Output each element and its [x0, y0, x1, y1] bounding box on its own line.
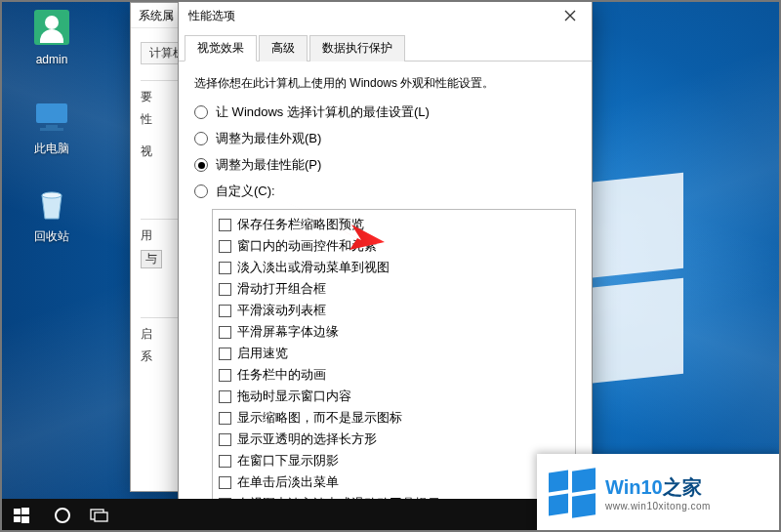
radio-icon	[194, 158, 208, 172]
checkbox-icon	[219, 433, 231, 446]
radio-label: 让 Windows 选择计算机的最佳设置(L)	[216, 103, 430, 121]
dialog-titlebar: 性能选项	[179, 1, 592, 30]
task-view-icon	[90, 509, 109, 522]
checkbox-label: 显示缩略图，而不是显示图标	[237, 408, 402, 428]
tab-advanced[interactable]: 高级	[259, 35, 308, 61]
checkbox-item[interactable]: 平滑滚动列表框	[217, 300, 571, 321]
radio-icon	[194, 105, 208, 119]
checkbox-label: 显示亚透明的选择长方形	[237, 430, 377, 449]
cortana-icon	[55, 508, 70, 523]
svg-rect-3	[14, 509, 21, 514]
checkbox-item[interactable]: 平滑屏幕字体边缘	[217, 321, 571, 343]
checkbox-label: 保存任务栏缩略图预览	[237, 215, 364, 234]
checkbox-label: 拖动时显示窗口内容	[237, 387, 351, 406]
task-view-button[interactable]	[82, 499, 117, 532]
text-fragment: 用	[141, 228, 152, 242]
svg-rect-6	[21, 516, 29, 523]
desktop-icon-label: 此电脑	[18, 141, 86, 157]
checkbox-icon	[219, 326, 231, 339]
checkbox-label: 滑动打开组合框	[237, 279, 326, 299]
user-avatar-icon	[34, 10, 69, 45]
checkbox-label: 平滑屏幕字体边缘	[237, 322, 339, 342]
watermark-brand: Win10之家	[605, 474, 711, 501]
dialog-title: 性能选项	[188, 8, 235, 24]
start-button[interactable]	[0, 499, 43, 532]
checkbox-label: 窗口内的动画控件和元素	[237, 236, 377, 256]
recycle-bin-icon	[32, 185, 71, 225]
text-fragment: 系	[141, 349, 152, 363]
radio-label: 自定义(C):	[216, 183, 275, 200]
radio-best-appearance[interactable]: 调整为最佳外观(B)	[194, 130, 576, 147]
checkbox-icon	[219, 390, 231, 403]
desktop-icon-this-pc[interactable]: 此电脑	[18, 98, 86, 157]
checkbox-icon	[219, 262, 231, 274]
radio-label: 调整为最佳性能(P)	[216, 156, 321, 174]
custom-checkbox-list[interactable]: 保存任务栏缩略图预览窗口内的动画控件和元素淡入淡出或滑动菜单到视图滑动打开组合框…	[212, 209, 576, 502]
text-fragment: 与	[141, 250, 162, 268]
this-pc-icon	[32, 98, 71, 137]
checkbox-icon	[219, 369, 231, 382]
radio-label: 调整为最佳外观(B)	[216, 130, 321, 147]
desktop-icon-label: admin	[18, 53, 86, 66]
text-fragment: 性	[141, 112, 152, 126]
radio-auto[interactable]: 让 Windows 选择计算机的最佳设置(L)	[194, 103, 576, 121]
checkbox-label: 任务栏中的动画	[237, 365, 326, 385]
checkbox-label: 在窗口下显示阴影	[237, 451, 339, 471]
text-fragment: 视	[141, 144, 152, 158]
checkbox-label: 在单击后淡出菜单	[237, 472, 339, 492]
svg-rect-5	[14, 516, 21, 522]
svg-rect-1	[38, 105, 65, 121]
watermark-logo-icon	[549, 470, 596, 516]
checkbox-label: 启用速览	[237, 344, 288, 363]
desktop-icon-user[interactable]: admin	[18, 10, 86, 66]
desktop-icon-label: 回收站	[18, 228, 86, 245]
tab-body: 选择你想在此计算机上使用的 Windows 外观和性能设置。 让 Windows…	[179, 61, 592, 531]
checkbox-icon	[219, 348, 231, 360]
checkbox-item[interactable]: 保存任务栏缩略图预览	[217, 214, 571, 235]
radio-best-performance[interactable]: 调整为最佳性能(P)	[194, 156, 576, 174]
close-button[interactable]	[549, 1, 592, 30]
tab-dep[interactable]: 数据执行保护	[309, 35, 405, 61]
checkbox-icon	[219, 219, 231, 231]
text-fragment: 要	[141, 90, 152, 103]
checkbox-item[interactable]: 在单击后淡出菜单	[217, 471, 571, 493]
desktop: admin 此电脑 回收站 系统属 计算机 要 性 视 用 与	[0, 0, 781, 532]
windows-logo-icon	[14, 508, 29, 523]
svg-point-2	[42, 192, 62, 198]
tab-description: 选择你想在此计算机上使用的 Windows 外观和性能设置。	[194, 75, 576, 92]
checkbox-item[interactable]: 在窗口下显示阴影	[217, 450, 571, 471]
radio-icon	[194, 132, 208, 145]
checkbox-item[interactable]: 窗口内的动画控件和元素	[217, 235, 571, 257]
checkbox-item[interactable]: 任务栏中的动画	[217, 364, 571, 386]
desktop-icon-recycle-bin[interactable]: 回收站	[18, 185, 86, 245]
checkbox-icon	[219, 283, 231, 296]
checkbox-item[interactable]: 滑动打开组合框	[217, 278, 571, 300]
checkbox-icon	[219, 476, 231, 489]
checkbox-label: 淡入淡出或滑动菜单到视图	[237, 258, 390, 277]
svg-rect-8	[95, 512, 107, 521]
checkbox-item[interactable]: 启用速览	[217, 343, 571, 364]
checkbox-icon	[219, 455, 231, 468]
checkbox-icon	[219, 412, 231, 425]
watermark-url: www.win10xitong.com	[605, 501, 711, 512]
close-icon	[564, 10, 576, 21]
performance-options-dialog: 性能选项 视觉效果 高级 数据执行保护 选择你想在此计算机上使用的 Window…	[178, 0, 593, 532]
checkbox-icon	[219, 240, 231, 253]
checkbox-item[interactable]: 拖动时显示窗口内容	[217, 386, 571, 407]
svg-rect-4	[21, 508, 29, 514]
tab-visual-effects[interactable]: 视觉效果	[185, 35, 257, 61]
dialog-tabs: 视觉效果 高级 数据执行保护	[179, 30, 592, 61]
checkbox-item[interactable]: 淡入淡出或滑动菜单到视图	[217, 257, 571, 278]
checkbox-icon	[219, 305, 231, 317]
checkbox-item[interactable]: 显示缩略图，而不是显示图标	[217, 407, 571, 429]
search-button[interactable]	[43, 499, 82, 532]
taskbar	[0, 499, 550, 532]
watermark: Win10之家 www.win10xitong.com	[537, 454, 781, 532]
radio-custom[interactable]: 自定义(C):	[194, 183, 576, 200]
checkbox-label: 平滑滚动列表框	[237, 301, 326, 320]
checkbox-item[interactable]: 显示亚透明的选择长方形	[217, 429, 571, 450]
text-fragment: 启	[141, 327, 152, 341]
radio-icon	[194, 184, 208, 198]
